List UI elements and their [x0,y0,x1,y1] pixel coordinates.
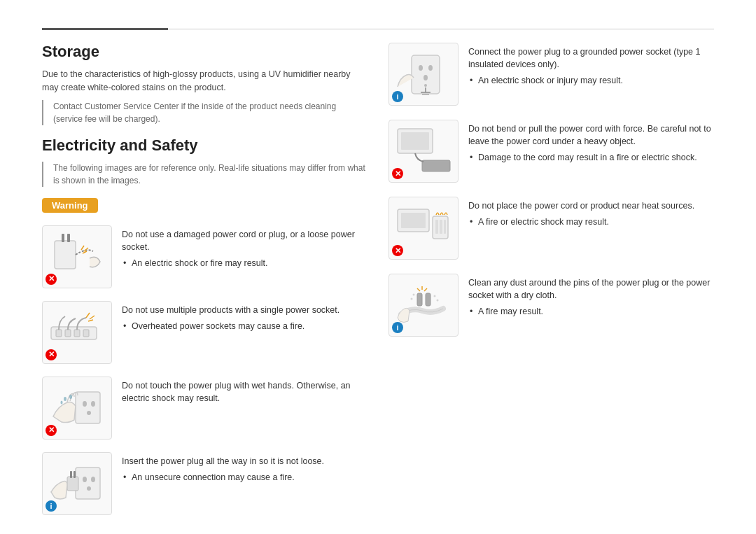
svg-line-53 [424,288,427,291]
svg-rect-26 [70,471,72,478]
svg-rect-21 [76,468,100,499]
illus-4: i [42,452,112,515]
rule-light [168,29,714,29]
badge-no-r3: ✕ [392,245,403,256]
svg-point-49 [433,295,435,297]
svg-point-19 [69,395,72,399]
illus-3: ✕ [42,377,112,440]
badge-info-r1: i [392,91,403,102]
svg-rect-43 [440,220,442,234]
right-safety-item-3: ✕ Do not place the power cord or product… [388,197,714,260]
warning-badge: Warning [42,198,98,213]
safety-item-2: ✕ Do not use multiple products with a si… [42,301,368,364]
right-item-text-2: Do not bend or pull the power cord with … [468,120,714,164]
right-safety-item-4: i Clean any dust around the pins of the … [388,274,714,337]
svg-rect-45 [417,293,422,306]
svg-point-48 [410,297,412,300]
svg-point-32 [424,84,427,87]
svg-rect-37 [401,132,429,150]
svg-rect-1 [62,234,64,242]
svg-line-52 [417,288,420,291]
svg-point-16 [91,401,95,407]
right-illus-4: i [388,274,458,337]
badge-no-2: ✕ [46,349,57,360]
right-item-text-3: Do not place the power cord or product n… [468,197,714,228]
svg-rect-42 [435,220,438,234]
svg-line-11 [86,313,90,318]
right-safety-item-2: ✕ Do not bend or pull the power cord wit… [388,120,714,183]
item-text-3: Do not touch the power plug with wet han… [122,377,368,408]
svg-point-30 [428,65,433,71]
badge-no-r2: ✕ [392,168,403,179]
safety-item-4: i Insert the power plug all the way in s… [42,452,368,515]
svg-rect-9 [74,330,80,337]
svg-rect-10 [83,330,89,337]
badge-no-3: ✕ [46,425,57,436]
svg-point-29 [419,65,423,71]
left-safety-items: ✕ Do not use a damaged power cord or plu… [42,225,368,528]
electricity-title: Electricity and Safety [42,136,368,155]
svg-point-50 [436,299,438,301]
svg-rect-8 [65,330,71,337]
item-text-4: Insert the power plug all the way in so … [122,452,368,484]
storage-description: Due to the characteristics of high-gloss… [42,68,368,94]
svg-point-18 [64,397,66,401]
badge-no-1: ✕ [46,274,57,285]
badge-info-4: i [46,500,57,512]
svg-rect-40 [401,213,426,228]
svg-rect-2 [67,234,70,242]
right-illus-1: i [388,43,458,106]
item-text-2: Do not use multiple products with a sing… [122,301,368,332]
content-wrapper: Storage Due to the characteristics of hi… [42,43,714,528]
svg-rect-14 [76,392,100,423]
svg-line-13 [88,320,93,321]
safety-item-3: ✕ Do not touch the power plug with wet h… [42,377,368,440]
left-column: Storage Due to the characteristics of hi… [42,43,368,528]
safety-item-1: ✕ Do not use a damaged power cord or plu… [42,225,368,288]
svg-line-12 [90,316,94,319]
right-safety-item-1: i Connect the power plug to a grounded p… [388,43,714,106]
svg-line-3 [81,246,84,250]
item-text-1: Do not use a damaged power cord or plug,… [122,225,368,269]
svg-rect-25 [67,477,78,491]
svg-point-22 [83,477,87,482]
badge-info-r4: i [392,322,403,333]
illus-2: ✕ [42,301,112,364]
top-rule [42,28,714,30]
svg-rect-7 [56,330,62,337]
storage-title: Storage [42,43,368,61]
svg-point-20 [60,401,62,405]
svg-rect-46 [426,293,430,306]
right-item-text-1: Connect the power plug to a grounded pow… [468,43,714,87]
svg-rect-0 [55,241,76,269]
svg-rect-44 [444,220,446,234]
svg-point-31 [424,75,428,80]
svg-point-15 [83,401,87,407]
svg-rect-27 [74,471,76,478]
illus-1: ✕ [42,225,112,288]
svg-point-47 [412,293,414,295]
rule-dark [42,28,168,30]
svg-point-23 [91,477,95,482]
svg-point-17 [87,411,91,415]
right-column: i Connect the power plug to a grounded p… [388,43,714,528]
svg-rect-38 [422,160,450,171]
right-illus-3: ✕ [388,197,458,260]
right-item-text-4: Clean any dust around the pins of the po… [468,274,714,318]
svg-point-24 [87,486,91,491]
right-illus-2: ✕ [388,120,458,183]
storage-note: Contact Customer Service Center if the i… [42,100,368,125]
electricity-note: The following images are for reference o… [42,162,368,187]
